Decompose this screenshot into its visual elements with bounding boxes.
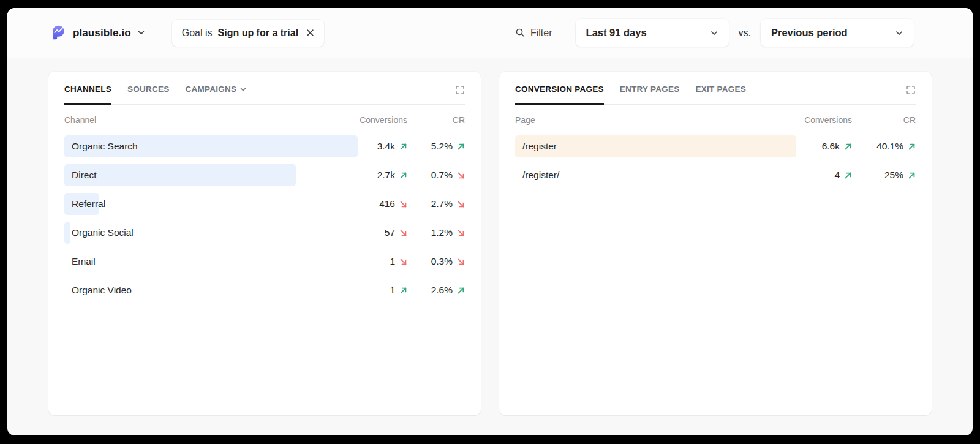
- row-label: Organic Social: [64, 227, 346, 238]
- channels-card: CHANNELS SOURCES CAMPAIGNS Channel Conve…: [48, 72, 481, 415]
- table-row[interactable]: Organic Social 57 1.2%: [64, 222, 465, 244]
- trend-arrow-icon: [457, 258, 465, 266]
- row-label: Organic Video: [64, 285, 346, 296]
- comparison-dropdown[interactable]: Previous period: [761, 19, 914, 47]
- chevron-down-icon: [710, 29, 718, 37]
- tab-entry-pages[interactable]: ENTRY PAGES: [620, 85, 680, 105]
- conversions-value: 6.6k: [822, 141, 840, 152]
- chevron-down-icon: [895, 29, 903, 37]
- chevron-down-icon: [239, 86, 247, 93]
- tab-exit-pages[interactable]: EXIT PAGES: [696, 85, 747, 105]
- date-range-dropdown[interactable]: Last 91 days: [576, 19, 729, 47]
- column-cr: CR: [852, 115, 916, 125]
- column-conversions: Conversions: [783, 115, 852, 125]
- search-icon: [515, 28, 526, 38]
- cr-value: 0.7%: [431, 170, 453, 181]
- conversions-value: 416: [379, 198, 395, 209]
- conversions-value: 1: [390, 285, 395, 296]
- row-label: /register/: [515, 170, 783, 181]
- trend-arrow-icon: [399, 287, 407, 295]
- pages-rows: /register 6.6k 40.1% /register/ 4 25%: [515, 129, 916, 186]
- chevron-down-icon: [137, 29, 145, 37]
- trend-arrow-icon: [844, 171, 852, 179]
- channels-tabs: CHANNELS SOURCES CAMPAIGNS: [64, 85, 465, 105]
- column-cr: CR: [407, 115, 465, 125]
- column-conversions: Conversions: [346, 115, 407, 125]
- cr-value: 0.3%: [431, 256, 453, 267]
- table-row[interactable]: Direct 2.7k 0.7%: [64, 164, 465, 186]
- trend-arrow-icon: [399, 171, 407, 179]
- conversions-value: 57: [385, 227, 395, 238]
- trend-arrow-icon: [457, 143, 465, 151]
- trend-arrow-icon: [844, 143, 852, 151]
- goal-filter-value: Sign up for a trial: [218, 28, 299, 39]
- expand-icon[interactable]: [906, 85, 916, 97]
- table-row[interactable]: Email 1 0.3%: [64, 250, 465, 273]
- tab-sources[interactable]: SOURCES: [127, 85, 170, 105]
- trend-arrow-icon: [399, 258, 407, 266]
- trend-arrow-icon: [399, 229, 407, 237]
- conversions-value: 2.7k: [377, 170, 395, 181]
- pages-tabs: CONVERSION PAGES ENTRY PAGES EXIT PAGES: [515, 85, 916, 105]
- channels-column-headers: Channel Conversions CR: [64, 115, 465, 125]
- vs-label: vs.: [739, 28, 751, 39]
- trend-arrow-icon: [908, 143, 916, 151]
- channels-rows: Organic Search 3.4k 5.2% Direct 2.7k 0.7…: [64, 129, 465, 301]
- tab-channels[interactable]: CHANNELS: [64, 85, 111, 105]
- filter-button[interactable]: Filter: [515, 28, 552, 39]
- trend-arrow-icon: [399, 200, 407, 208]
- trend-arrow-icon: [399, 143, 407, 151]
- cr-value: 2.7%: [431, 198, 453, 209]
- goal-filter-chip[interactable]: Goal is Sign up for a trial: [172, 20, 324, 47]
- cr-value: 1.2%: [431, 227, 453, 238]
- expand-icon[interactable]: [455, 85, 465, 97]
- row-label: Referral: [64, 198, 346, 209]
- conversions-value: 3.4k: [377, 141, 395, 152]
- pages-column-headers: Page Conversions CR: [515, 115, 916, 125]
- cr-value: 25%: [884, 170, 903, 181]
- plausible-logo-icon: [50, 24, 67, 41]
- conversions-value: 1: [390, 256, 395, 267]
- cr-value: 5.2%: [431, 141, 453, 152]
- trend-arrow-icon: [457, 171, 465, 179]
- date-range-value: Last 91 days: [586, 27, 647, 39]
- site-name: plausible.io: [73, 27, 131, 39]
- tab-campaigns-label: CAMPAIGNS: [186, 85, 237, 94]
- cr-value: 40.1%: [876, 141, 903, 152]
- row-label: Direct: [64, 170, 346, 181]
- table-row[interactable]: /register 6.6k 40.1%: [515, 135, 916, 157]
- close-icon[interactable]: [306, 29, 314, 37]
- app-window: plausible.io Goal is Sign up for a trial…: [7, 8, 973, 435]
- row-label: Organic Search: [64, 141, 346, 152]
- column-channel: Channel: [64, 115, 346, 125]
- table-row[interactable]: Organic Video 1 2.6%: [64, 279, 465, 301]
- pages-card: CONVERSION PAGES ENTRY PAGES EXIT PAGES …: [499, 72, 932, 415]
- comparison-value: Previous period: [771, 27, 848, 39]
- topbar: plausible.io Goal is Sign up for a trial…: [7, 8, 973, 58]
- trend-arrow-icon: [457, 229, 465, 237]
- row-label: Email: [64, 256, 346, 267]
- site-switcher[interactable]: plausible.io: [50, 24, 145, 41]
- trend-arrow-icon: [457, 200, 465, 208]
- tab-conversion-pages[interactable]: CONVERSION PAGES: [515, 85, 604, 105]
- filter-label: Filter: [530, 28, 552, 39]
- column-page: Page: [515, 115, 783, 125]
- table-row[interactable]: Organic Search 3.4k 5.2%: [64, 135, 465, 157]
- tab-campaigns[interactable]: CAMPAIGNS: [186, 85, 247, 105]
- trend-arrow-icon: [908, 171, 916, 179]
- topbar-right-controls: Filter Last 91 days vs. Previous period: [515, 19, 914, 47]
- table-row[interactable]: /register/ 4 25%: [515, 164, 916, 186]
- dashboard-content: CHANNELS SOURCES CAMPAIGNS Channel Conve…: [7, 58, 973, 429]
- conversions-value: 4: [834, 170, 840, 181]
- trend-arrow-icon: [457, 287, 465, 295]
- goal-filter-prefix: Goal is: [182, 28, 213, 39]
- table-row[interactable]: Referral 416 2.7%: [64, 193, 465, 215]
- row-label: /register: [515, 141, 783, 152]
- cr-value: 2.6%: [431, 285, 453, 296]
